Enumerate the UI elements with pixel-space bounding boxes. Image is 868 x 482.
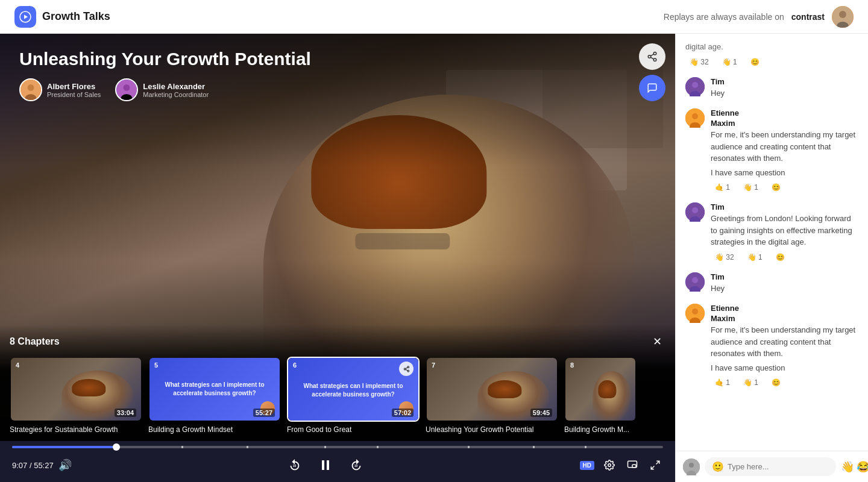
chapter-thumb-6: What strategies can I implement to accel… bbox=[287, 357, 420, 422]
header-right: Replays are always available on contrast bbox=[664, 6, 854, 28]
reaction-clap-32[interactable]: 👋 32 bbox=[685, 57, 713, 67]
controls-right: HD bbox=[580, 457, 663, 473]
speaker-1-info: Albert Flores President of Sales bbox=[47, 82, 101, 98]
svg-line-18 bbox=[405, 369, 407, 371]
chapter-6-duration: 57:02 bbox=[392, 408, 414, 417]
user-avatar[interactable] bbox=[832, 6, 854, 28]
chapter-5-duration: 55:27 bbox=[253, 408, 275, 417]
chat-input-area: 🙂 👋 😂 🔥 bbox=[676, 451, 868, 482]
speakers-list: Albert Flores President of Sales bbox=[19, 78, 656, 101]
svg-point-8 bbox=[124, 84, 130, 91]
comment-button[interactable] bbox=[639, 75, 665, 101]
chat-content-etienne-1: Etienne Maxim For me, it's been understa… bbox=[711, 108, 858, 193]
svg-line-13 bbox=[650, 57, 653, 59]
svg-point-36 bbox=[692, 207, 698, 213]
chapter-7-label: Unleashing Your Growth Potential bbox=[426, 425, 558, 441]
reaction-emoji-1[interactable]: 🤙 1 bbox=[711, 182, 734, 193]
reaction-smile-2[interactable]: 😊 bbox=[767, 182, 785, 193]
svg-point-10 bbox=[653, 52, 656, 55]
svg-line-27 bbox=[656, 461, 659, 464]
chapter-card-4[interactable]: 4 33:04 Strategies for Sustainable Growt… bbox=[10, 357, 142, 441]
svg-line-28 bbox=[651, 466, 654, 469]
reaction-smile-3[interactable]: 😊 bbox=[772, 252, 789, 263]
chapter-8-num: 8 bbox=[570, 362, 574, 369]
svg-point-39 bbox=[692, 277, 698, 283]
chapter-card-8[interactable]: 8 Building Growth M... bbox=[564, 357, 637, 441]
chapter-thumb-7: 7 59:45 bbox=[426, 357, 558, 422]
chat-author-etienne: Etienne bbox=[711, 108, 858, 117]
share-button[interactable] bbox=[639, 43, 665, 70]
svg-point-45 bbox=[689, 463, 694, 468]
avatar-etienne bbox=[685, 108, 705, 128]
emoji-wave-button[interactable]: 👋 bbox=[841, 460, 854, 474]
chapters-header: 8 Chapters ✕ bbox=[10, 334, 665, 349]
chat-text-tim-london: Greetings from London! Looking forward t… bbox=[711, 213, 858, 248]
list-item: Tim Hey bbox=[685, 77, 858, 99]
chapter-7-num: 7 bbox=[432, 362, 435, 369]
chapter-5-num: 5 bbox=[154, 362, 158, 369]
chat-content-etienne-2: Etienne Maxim For me, it's been understa… bbox=[711, 304, 858, 388]
chapter-card-7[interactable]: 7 59:45 Unleashing Your Growth Potential bbox=[426, 357, 558, 441]
settings-button[interactable] bbox=[602, 457, 617, 473]
chat-input[interactable] bbox=[728, 462, 829, 471]
svg-point-5 bbox=[28, 84, 34, 91]
list-item: digital age. 👋 32 👋 1 😊 bbox=[685, 41, 858, 67]
svg-line-14 bbox=[650, 54, 653, 56]
chapter-6-share-button[interactable] bbox=[399, 362, 414, 376]
reaction-wave-1[interactable]: 👋 1 bbox=[743, 252, 767, 263]
reaction-clap-2[interactable]: 👋 1 bbox=[739, 182, 763, 193]
chapter-6-label: From Good to Great bbox=[287, 425, 420, 441]
controls-row: 9:07 / 55:27 🔊 10 bbox=[12, 451, 663, 482]
chat-author-tim-2: Tim bbox=[711, 202, 858, 211]
contrast-link[interactable]: contrast bbox=[791, 12, 825, 22]
reaction-clap-1[interactable]: 👋 1 bbox=[718, 57, 741, 67]
forward-button[interactable]: 10 bbox=[347, 456, 365, 474]
hd-button[interactable]: HD bbox=[580, 461, 594, 470]
volume-button[interactable]: 🔊 bbox=[58, 459, 72, 472]
svg-rect-21 bbox=[322, 460, 324, 470]
reaction-smile-4[interactable]: 😊 bbox=[767, 377, 785, 388]
svg-point-42 bbox=[692, 308, 698, 315]
fullscreen-button[interactable] bbox=[647, 457, 663, 473]
main-content: Unleashing Your Growth Potential Albert … bbox=[0, 34, 868, 482]
pause-button[interactable] bbox=[316, 455, 335, 475]
video-container[interactable]: Unleashing Your Growth Potential Albert … bbox=[0, 34, 675, 441]
list-item: Tim Greetings from London! Looking forwa… bbox=[685, 202, 858, 263]
reaction-wave-32[interactable]: 👋 32 bbox=[711, 252, 738, 263]
video-area: Unleashing Your Growth Potential Albert … bbox=[0, 34, 675, 482]
svg-point-12 bbox=[653, 58, 656, 61]
svg-point-11 bbox=[648, 55, 651, 58]
speaker-1-role: President of Sales bbox=[47, 91, 101, 98]
pip-button[interactable] bbox=[624, 457, 640, 473]
chat-author-etienne-2: Etienne bbox=[711, 304, 858, 313]
chapters-list: 4 33:04 Strategies for Sustainable Growt… bbox=[10, 357, 665, 441]
reaction-emoji-3[interactable]: 🤙 1 bbox=[711, 377, 734, 388]
chapters-close-button[interactable]: ✕ bbox=[649, 334, 665, 349]
emoji-laugh-button[interactable]: 😂 bbox=[857, 460, 868, 474]
app-logo bbox=[14, 6, 36, 28]
chat-text-extra-2: I have same question bbox=[711, 362, 858, 374]
rewind-button[interactable]: 10 bbox=[286, 456, 304, 474]
speaker-1-avatar bbox=[19, 78, 42, 101]
avatar-tim-2 bbox=[685, 202, 705, 222]
chapter-card-6[interactable]: What strategies can I implement to accel… bbox=[287, 357, 420, 441]
chapter-thumb-4: 4 33:04 bbox=[10, 357, 142, 422]
chapter-thumb-8: 8 bbox=[564, 357, 637, 422]
chat-text-maxim: For me, it's been understanding my targe… bbox=[711, 129, 858, 164]
reaction-clap-3[interactable]: 👋 1 bbox=[739, 377, 763, 388]
chat-text-extra: I have same question bbox=[711, 167, 858, 179]
chat-input-wrap: 🙂 bbox=[705, 457, 836, 476]
reaction-smile[interactable]: 😊 bbox=[746, 57, 764, 67]
chapter-4-label: Strategies for Sustainable Growth bbox=[10, 425, 142, 441]
list-item: Tim Hey bbox=[685, 272, 858, 295]
progress-bar[interactable] bbox=[12, 441, 663, 451]
header: Growth Talks Replays are always availabl… bbox=[0, 0, 868, 34]
chapters-title: 8 Chapters bbox=[10, 336, 60, 347]
svg-rect-22 bbox=[327, 460, 329, 470]
chapter-card-5[interactable]: What strategies can I implement to accel… bbox=[148, 357, 281, 441]
speaker-1: Albert Flores President of Sales bbox=[19, 78, 101, 101]
chat-author-maxim: Maxim bbox=[711, 119, 858, 128]
chat-text: Hey bbox=[711, 87, 858, 99]
chat-action-emojis: 👋 😂 🔥 bbox=[841, 460, 868, 474]
reactions-row: 🤙 1 👋 1 😊 bbox=[711, 182, 858, 193]
